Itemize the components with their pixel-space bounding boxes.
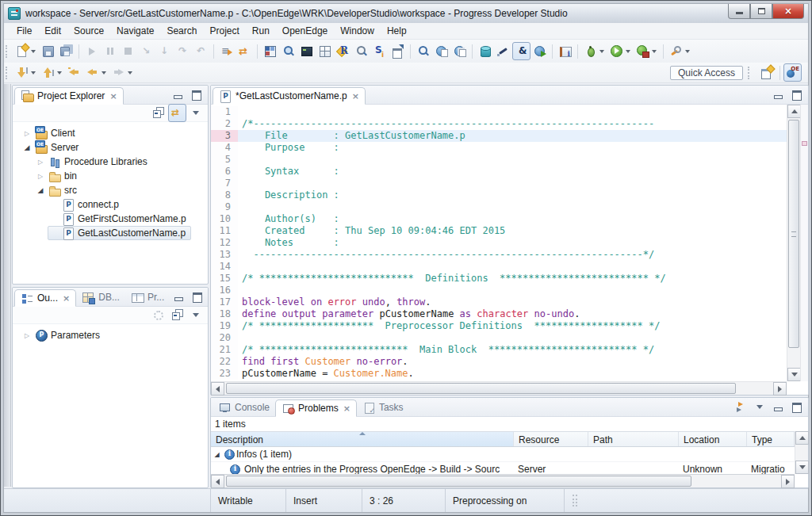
- tab-tasks[interactable]: Tasks: [357, 399, 409, 416]
- tree-item-getlastcustomername-p[interactable]: GetLastCustomerName.p: [48, 226, 191, 240]
- s-include-button[interactable]: [370, 42, 389, 60]
- editor-vertical-scrollbar[interactable]: [787, 105, 800, 381]
- step-return-button[interactable]: [192, 42, 210, 60]
- minimize-button[interactable]: [169, 86, 187, 104]
- search-person-button[interactable]: [352, 42, 370, 60]
- pause-button[interactable]: [101, 42, 119, 60]
- collapsed-arrow-icon[interactable]: ▷: [21, 332, 33, 339]
- menu-down-button[interactable]: [187, 104, 205, 122]
- tree-item-getfirstcustomername-p[interactable]: GetFirstCustomerName.p: [48, 212, 192, 226]
- step-over-button[interactable]: [174, 42, 192, 60]
- gear-button[interactable]: [149, 306, 167, 324]
- minimize-button[interactable]: [769, 86, 787, 104]
- maximize-button[interactable]: [187, 86, 205, 104]
- menu-help[interactable]: Help: [381, 23, 413, 39]
- ampersand-button[interactable]: [512, 42, 530, 60]
- editor-overview-ruler[interactable]: [800, 105, 808, 381]
- expanded-arrow-icon[interactable]: ◢: [35, 186, 46, 194]
- status-grip[interactable]: [573, 495, 577, 506]
- menu-file[interactable]: File: [10, 23, 38, 39]
- open-perspective-button[interactable]: [758, 63, 776, 82]
- menu-openedge[interactable]: OpenEdge: [276, 23, 334, 39]
- scroll-down-button[interactable]: [787, 368, 801, 381]
- column-header-location[interactable]: Location: [679, 432, 747, 446]
- scroll-down-button[interactable]: [795, 461, 809, 474]
- previous-annotation-button[interactable]: [39, 63, 65, 82]
- quick-access-box[interactable]: Quick Access: [670, 66, 743, 80]
- menu-down-button[interactable]: [751, 398, 769, 416]
- scroll-right-button[interactable]: [773, 382, 787, 396]
- external-tools-button[interactable]: [667, 42, 693, 60]
- dropdown-arrow-icon[interactable]: [31, 71, 36, 77]
- minimize-button[interactable]: [170, 288, 188, 306]
- info-magnifier-button[interactable]: [279, 42, 297, 60]
- tab-pr[interactable]: Pr...: [125, 289, 170, 306]
- stop-button[interactable]: [119, 42, 137, 60]
- maximize-button[interactable]: [188, 288, 206, 306]
- menu-window[interactable]: Window: [334, 23, 381, 39]
- menu-edit[interactable]: Edit: [38, 23, 67, 39]
- dropdown-arrow-icon[interactable]: [31, 50, 36, 55]
- tab-db[interactable]: DB...: [76, 289, 125, 306]
- scroll-thumb[interactable]: [788, 120, 799, 348]
- debug-button[interactable]: [581, 42, 607, 60]
- expanded-arrow-icon[interactable]: ◢: [21, 143, 33, 151]
- list-arrow-button[interactable]: [217, 42, 236, 60]
- maximize-button[interactable]: [750, 4, 772, 19]
- scroll-left-button[interactable]: [211, 475, 224, 488]
- minimize-button[interactable]: [769, 398, 787, 416]
- tab-console[interactable]: Console: [213, 399, 275, 416]
- editor-horizontal-scrollbar[interactable]: [211, 381, 787, 395]
- resume-button[interactable]: [82, 42, 101, 60]
- dropdown-arrow-icon[interactable]: [626, 50, 630, 55]
- expanded-arrow-icon[interactable]: ◢: [211, 451, 223, 458]
- toolbar-grip[interactable]: [6, 45, 10, 58]
- link-editor-button[interactable]: [168, 104, 186, 122]
- scroll-thumb[interactable]: [226, 476, 691, 487]
- column-header-type[interactable]: Type: [747, 432, 795, 446]
- column-header-description[interactable]: Description: [211, 432, 514, 446]
- palette-grid-button[interactable]: [261, 42, 279, 60]
- minimize-button[interactable]: [728, 4, 750, 19]
- forward-button[interactable]: [109, 63, 136, 82]
- dictionary-button[interactable]: [556, 42, 574, 60]
- scroll-right-button[interactable]: [781, 475, 795, 488]
- collapse-all-button[interactable]: [168, 306, 186, 324]
- column-header-path[interactable]: Path: [588, 432, 679, 446]
- maximize-button[interactable]: [787, 86, 806, 104]
- step-into-button[interactable]: [155, 42, 174, 60]
- save-button[interactable]: [39, 42, 57, 60]
- menu-navigate[interactable]: Navigate: [110, 23, 160, 39]
- tree-item-procedure-libraries[interactable]: ▷Procedure Libraries: [34, 155, 153, 169]
- toolbar-grip[interactable]: [6, 67, 10, 79]
- r-code-search-button[interactable]: [334, 42, 352, 60]
- window-arrow-button[interactable]: [389, 42, 407, 60]
- next-annotation-button[interactable]: [13, 63, 39, 82]
- tree-item-connect-p[interactable]: connect.p: [48, 197, 124, 212]
- tree-item-bin[interactable]: ▷bin: [34, 169, 82, 183]
- save-all-button[interactable]: [57, 42, 75, 60]
- tab-ou[interactable]: Ou...×: [14, 289, 76, 307]
- collapsed-arrow-icon[interactable]: ▷: [35, 159, 46, 166]
- tree-item-client[interactable]: ▷Client: [21, 126, 81, 140]
- run-button[interactable]: [607, 42, 634, 60]
- menu-search[interactable]: Search: [160, 23, 203, 39]
- scroll-left-button[interactable]: [211, 382, 224, 396]
- dropdown-arrow-icon[interactable]: [652, 50, 657, 55]
- dropdown-arrow-icon[interactable]: [685, 50, 690, 55]
- menu-down-button[interactable]: [187, 306, 205, 324]
- toolbar-grip[interactable]: [748, 67, 752, 79]
- scroll-up-button[interactable]: [787, 105, 801, 118]
- new-wizard-button[interactable]: [13, 42, 39, 60]
- collapsed-arrow-icon[interactable]: ▷: [21, 130, 33, 137]
- swap-arrows-button[interactable]: [236, 42, 254, 60]
- close-icon[interactable]: ×: [63, 294, 70, 303]
- tree-item-server[interactable]: ◢Server: [21, 140, 84, 155]
- close-button[interactable]: ×: [772, 4, 804, 19]
- tree-item-src[interactable]: ◢src: [34, 183, 82, 197]
- collapsed-arrow-icon[interactable]: ▷: [35, 173, 46, 180]
- scroll-up-button[interactable]: [795, 431, 809, 445]
- title-bar[interactable]: workspace - Server/src/GetLastCustomerNa…: [4, 4, 808, 23]
- close-icon[interactable]: ×: [109, 92, 117, 101]
- problems-group-row[interactable]: ◢Infos (1 item): [211, 447, 795, 462]
